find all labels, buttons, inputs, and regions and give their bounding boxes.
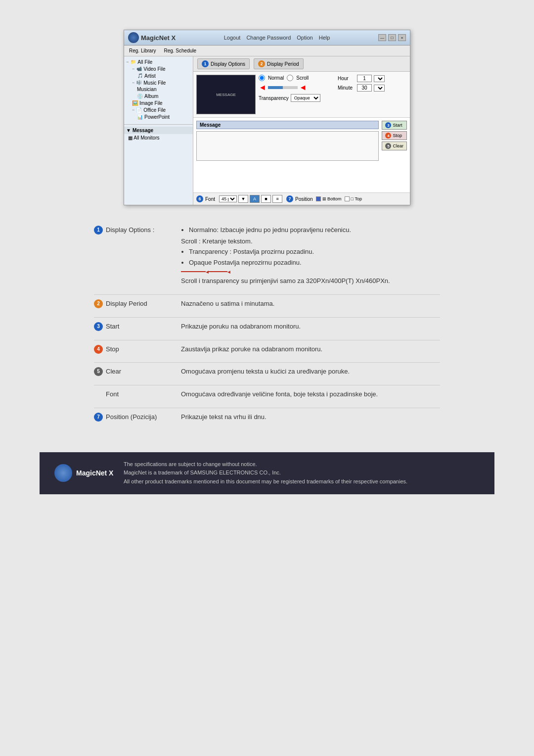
tab-display-options[interactable]: 1 Display Options xyxy=(197,58,250,69)
footer-line-3: All other product trademarks mentioned i… xyxy=(124,477,407,486)
desc-text-font: Omogućava određivanje veličine fonta, bo… xyxy=(181,390,378,398)
transparency-select[interactable]: Opaque xyxy=(291,94,320,102)
radio-option-row: Normal Scroll xyxy=(259,75,335,81)
tree-item-music-file[interactable]: − 🎼 Music File xyxy=(126,79,191,86)
font-controls-row: 45 pt ▼ A ■ ≡ xyxy=(219,195,282,203)
desc-scroll-note: Scroll i transparency su primjenjivi sam… xyxy=(181,276,440,286)
hour-input[interactable] xyxy=(357,75,372,82)
footer-line-1: The specifications are subject to change… xyxy=(124,460,407,469)
preview-box: MESSAGE xyxy=(196,75,256,114)
position-label: Position xyxy=(295,196,313,202)
maximize-button[interactable]: □ xyxy=(388,34,396,41)
position-badge: 7 xyxy=(286,195,293,202)
font-align-button[interactable]: ≡ xyxy=(272,195,282,203)
minimize-button[interactable]: — xyxy=(378,34,386,41)
sidebar-message-section[interactable]: ▼ Message xyxy=(124,127,193,134)
file-icon: 🎵 xyxy=(137,73,143,79)
tree-label-ppt: PowerPoint xyxy=(144,114,170,120)
checkbox-icon xyxy=(316,196,321,201)
clear-badge: 5 xyxy=(385,143,391,149)
tree-label-musician: Musician xyxy=(137,87,156,92)
hour-dropdown[interactable]: ▼ xyxy=(374,75,385,82)
tab-reg-schedule[interactable]: Reg. Schedule xyxy=(162,47,198,54)
tree-item-musician[interactable]: Musician xyxy=(126,86,191,93)
tree-item-all-file[interactable]: − 📁 All File xyxy=(126,58,191,65)
minute-row: Minute ▼ xyxy=(338,84,407,92)
tree-label-image: Image File xyxy=(139,100,163,106)
desc-display-period: 2 Display Period Naznačeno u satima i mi… xyxy=(94,299,440,309)
tab-display-period[interactable]: 2 Display Period xyxy=(254,58,303,69)
slider-row: ◄ ◄ xyxy=(259,83,335,92)
message-textarea[interactable] xyxy=(196,131,379,161)
stop-badge: 4 xyxy=(385,133,391,139)
pos-btn-top[interactable]: □ Top xyxy=(345,196,362,201)
arrow-left-icon: ◄ xyxy=(259,83,267,92)
font-size-select[interactable]: 45 pt xyxy=(219,195,237,202)
folder-icon: 📁 xyxy=(130,59,136,65)
menu-logout[interactable]: Logout xyxy=(224,35,241,41)
minute-label: Minute xyxy=(338,85,355,91)
font-bold-button[interactable]: A xyxy=(250,195,260,203)
desc-item-normal: Normalno: Izbacuje jednu po jednu poprav… xyxy=(189,225,440,236)
transparency-row: Transparency Opaque xyxy=(259,94,335,102)
footer: MagicNet X The specifications are subjec… xyxy=(40,452,494,494)
main-content: − 📁 All File − 📹 Video File 🎵 Artist xyxy=(124,56,410,205)
menu-option[interactable]: Option xyxy=(297,35,312,41)
footer-logo-icon xyxy=(54,464,72,482)
speed-slider[interactable] xyxy=(268,86,298,89)
divider-3 xyxy=(94,340,440,340)
close-button[interactable]: × xyxy=(398,34,406,41)
font-color-button[interactable]: ■ xyxy=(261,195,271,203)
desc-position: 7 Position (Pozicija) Prikazuje tekst na… xyxy=(94,412,440,423)
options-controls: Normal Scroll ◄ ◄ Transparency xyxy=(259,75,335,114)
font-down-button[interactable]: ▼ xyxy=(238,195,248,203)
tree-item-powerpoint[interactable]: 📊 PowerPoint xyxy=(126,113,191,120)
monitors-label: All Monitors xyxy=(134,135,159,141)
desc-text-3: Prikazuje poruku na odabranom monitoru. xyxy=(181,323,301,330)
start-button[interactable]: 3 Start xyxy=(382,121,407,130)
tab-reg-schedule-label: Reg. Schedule xyxy=(164,48,196,53)
font-controls-bar: 6 Font 45 pt ▼ A ■ ≡ 7 xyxy=(193,192,410,205)
tree-label-artist: Artist xyxy=(144,73,156,79)
desc-content-font: Omogućava određivanje veličine fonta, bo… xyxy=(181,389,440,400)
tree-item-video-file[interactable]: − 📹 Video File xyxy=(126,65,191,72)
divider-6 xyxy=(94,408,440,408)
tab-reg-library[interactable]: Reg. Library xyxy=(127,47,158,54)
tree-label-album: Album xyxy=(144,94,158,99)
tree-label-music: Music File xyxy=(143,80,166,86)
tree-item-image-file[interactable]: 🖼️ Image File xyxy=(126,99,191,106)
desc-label-7: 7 Position (Pozicija) xyxy=(94,412,173,423)
radio-scroll[interactable] xyxy=(287,75,293,81)
sidebar-monitors-item[interactable]: ▦ All Monitors xyxy=(124,134,193,142)
desc-badge-3: 3 xyxy=(94,322,103,331)
start-label: Start xyxy=(393,123,402,128)
desc-label-text-3: Start xyxy=(106,322,119,332)
divider-5 xyxy=(94,385,440,385)
tree-item-artist[interactable]: 🎵 Artist xyxy=(126,72,191,79)
desc-badge-5: 5 xyxy=(94,367,103,376)
tree-item-office-file[interactable]: − 📄 Office File xyxy=(126,106,191,113)
stop-button[interactable]: 4 Stop xyxy=(382,131,407,140)
minute-input[interactable] xyxy=(357,84,372,92)
tree-item-album[interactable]: 💿 Album xyxy=(126,93,191,99)
tree-label-all-file: All File xyxy=(137,59,152,65)
pos-btn-bottom[interactable]: ⊞ Bottom xyxy=(316,196,342,201)
menu-help[interactable]: Help xyxy=(319,35,330,41)
start-badge: 3 xyxy=(385,122,391,128)
divider-4 xyxy=(94,362,440,363)
message-area: Message 3 Start 4 Stop 5 xyxy=(193,118,410,192)
font-label: Font xyxy=(205,196,215,202)
divider-1 xyxy=(94,294,440,295)
desc-item-opaque: Opaque Postavlja neprozirnu pozadinu. xyxy=(189,258,440,268)
menu-change-password[interactable]: Change Password xyxy=(246,35,291,41)
hour-label: Hour xyxy=(338,76,355,81)
desc-badge-2: 2 xyxy=(94,299,103,308)
font-badge: 6 xyxy=(196,195,203,202)
desc-label-font: Font xyxy=(94,389,173,400)
desc-label-text-7: Position (Pozicija) xyxy=(106,412,157,423)
tree-label-video: Video File xyxy=(143,66,165,72)
minute-dropdown[interactable]: ▼ xyxy=(374,85,385,92)
radio-normal[interactable] xyxy=(259,75,265,81)
desc-label-5: 5 Clear xyxy=(94,367,173,377)
clear-button[interactable]: 5 Clear xyxy=(382,142,407,150)
